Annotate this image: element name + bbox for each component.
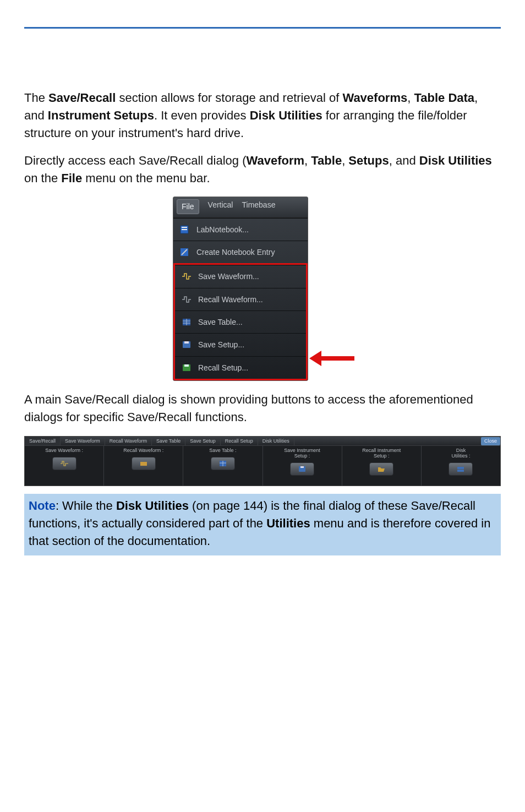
paragraph-main-dialog: A main Save/Recall dialog is shown provi… <box>24 391 501 426</box>
bold-disk-utilities-2: Disk Utilities <box>419 154 492 167</box>
menubar-timebase[interactable]: Timebase <box>242 199 275 214</box>
group-save-instrument-setup: Save Instrument Setup : <box>263 446 342 486</box>
menubar: File Vertical Timebase <box>173 197 308 217</box>
menu-item-create-entry[interactable]: Create Notebook Entry <box>173 241 308 263</box>
save-table-icon <box>181 317 193 328</box>
bold-setups: Setups <box>348 154 389 167</box>
menu-item-label: Recall Waveform... <box>198 294 263 305</box>
save-table-icon <box>218 460 227 467</box>
bold-utilities: Utilities <box>266 516 310 530</box>
save-waveform-button[interactable] <box>52 457 76 470</box>
menubar-file[interactable]: File <box>177 199 199 214</box>
svg-rect-1 <box>182 227 187 228</box>
menu-item-label: Create Notebook Entry <box>196 247 275 258</box>
recall-waveform-button[interactable] <box>132 457 156 470</box>
bold-table-data: Table Data <box>414 91 474 105</box>
group-label: Save Table : <box>209 448 236 454</box>
tab-save-setup[interactable]: Save Setup <box>185 437 221 446</box>
menu-item-save-waveform[interactable]: Save Waveform... <box>175 265 306 287</box>
recall-setup-icon <box>181 362 193 373</box>
dialog-body: Save Waveform : Recall Waveform : Save T… <box>25 446 500 486</box>
note-box: Note: While the Disk Utilities (on page … <box>24 494 501 555</box>
menu-item-save-table[interactable]: Save Table... <box>175 310 306 333</box>
menu-item-save-setup[interactable]: Save Setup... <box>175 333 306 356</box>
group-label: Save Instrument Setup : <box>284 448 320 459</box>
text: section allows for storage and retrieval… <box>116 91 342 105</box>
save-instrument-setup-button[interactable] <box>290 462 314 476</box>
text: : While the <box>56 499 116 513</box>
text: on the <box>24 171 61 185</box>
bold-file: File <box>61 171 82 185</box>
red-arrow-icon <box>309 351 354 366</box>
dialog-tabs: Save/Recall Save Waveform Recall Wavefor… <box>25 437 500 446</box>
notebook-icon <box>179 224 191 235</box>
bold-waveform: Waveform <box>247 154 305 167</box>
group-recall-waveform: Recall Waveform : <box>104 446 183 486</box>
recall-instrument-setup-button[interactable] <box>369 462 393 476</box>
text: . It even provides <box>154 108 250 122</box>
menu-item-label: Recall Setup... <box>198 362 248 373</box>
svg-rect-21 <box>457 470 464 472</box>
highlight-box: Save Waveform... Recall Waveform... Save… <box>173 263 308 380</box>
tab-recall-waveform[interactable]: Recall Waveform <box>105 437 152 446</box>
menu-item-recall-waveform[interactable]: Recall Waveform... <box>175 288 306 310</box>
folder-open-icon <box>377 465 386 473</box>
group-disk-utilities: Disk Utilities : <box>422 446 500 486</box>
tab-save-waveform[interactable]: Save Waveform <box>61 437 105 446</box>
menu-item-labnotebook[interactable]: LabNotebook... <box>173 218 308 241</box>
svg-rect-18 <box>300 466 304 468</box>
svg-rect-12 <box>184 364 189 367</box>
bold-table: Table <box>311 154 342 167</box>
paragraph-direct-access: Directly access each Save/Recall dialog … <box>24 152 501 187</box>
tab-disk-utilities[interactable]: Disk Utilities <box>258 437 294 446</box>
tab-recall-setup[interactable]: Recall Setup <box>221 437 258 446</box>
svg-marker-19 <box>378 467 385 472</box>
close-button[interactable]: Close <box>481 437 500 445</box>
svg-rect-10 <box>184 341 189 344</box>
text: The <box>24 91 48 105</box>
group-label: Disk Utilities : <box>451 448 470 459</box>
save-waveform-icon <box>181 271 193 282</box>
menu-item-label: LabNotebook... <box>196 224 249 235</box>
floppy-icon <box>298 465 307 473</box>
disk-utilities-icon <box>456 465 465 473</box>
bold-save-recall: Save/Recall <box>48 91 116 105</box>
menubar-vertical[interactable]: Vertical <box>208 199 233 214</box>
pencil-notebook-icon <box>179 247 191 258</box>
header-rule <box>24 13 501 29</box>
group-label: Save Waveform : <box>45 448 83 454</box>
text: , <box>407 91 414 105</box>
menu-item-label: Save Waveform... <box>198 271 259 282</box>
figure-file-menu: File Vertical Timebase LabNotebook... Cr… <box>173 197 352 380</box>
tab-save-table[interactable]: Save Table <box>152 437 185 446</box>
save-table-button[interactable] <box>211 457 235 470</box>
bold-disk-utilities: Disk Utilities <box>250 108 322 122</box>
text: , <box>304 154 311 167</box>
menu-item-label: Save Setup... <box>198 339 244 350</box>
disk-utilities-button[interactable] <box>449 462 473 476</box>
bold-instrument-setups: Instrument Setups <box>48 108 154 122</box>
group-label: Recall Instrument Setup : <box>362 448 401 459</box>
paragraph-save-recall-intro: The Save/Recall section allows for stora… <box>24 89 501 142</box>
bold-disk-utilities-3: Disk Utilities <box>116 499 189 513</box>
group-save-table: Save Table : <box>183 446 262 486</box>
text: Directly access each Save/Recall dialog … <box>24 154 247 167</box>
svg-rect-13 <box>140 462 147 466</box>
file-menu-window: File Vertical Timebase LabNotebook... Cr… <box>173 197 308 380</box>
menu-item-label: Save Table... <box>198 317 243 328</box>
recall-waveform-icon <box>139 460 148 467</box>
svg-rect-20 <box>457 467 464 469</box>
document-page: The Save/Recall section allows for stora… <box>0 0 525 588</box>
text: , <box>342 154 348 167</box>
text: , and <box>389 154 419 167</box>
group-save-waveform: Save Waveform : <box>25 446 104 486</box>
figure-save-recall-dialog: Close Save/Recall Save Waveform Recall W… <box>24 436 501 487</box>
svg-rect-2 <box>182 229 187 230</box>
save-waveform-icon <box>60 460 69 467</box>
save-setup-icon <box>181 339 193 350</box>
recall-waveform-icon <box>181 294 193 305</box>
menu-item-recall-setup[interactable]: Recall Setup... <box>175 356 306 379</box>
group-label: Recall Waveform : <box>123 448 163 454</box>
tab-save-recall[interactable]: Save/Recall <box>25 437 61 446</box>
note-lead: Note <box>29 499 56 513</box>
